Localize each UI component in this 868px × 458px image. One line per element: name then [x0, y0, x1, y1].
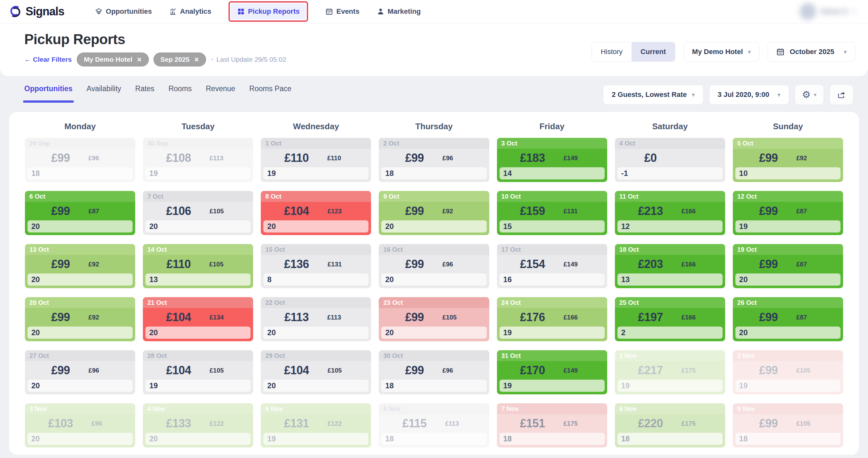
clear-filters-link[interactable]: ← Clear Filters — [24, 56, 71, 63]
calendar-day-cell[interactable]: 13 Oct£99£9220 — [25, 244, 135, 288]
tab-opportunities[interactable]: Opportunities — [24, 84, 72, 98]
export-share-button[interactable] — [830, 84, 853, 105]
calendar-day-cell[interactable]: 28 Oct£104£10519 — [143, 350, 253, 394]
cell-price: £154 — [520, 257, 545, 271]
hotel-dropdown[interactable]: My Demo Hotel ▾ — [684, 42, 760, 62]
calendar-day-cell[interactable]: 2 Oct£99£9618 — [379, 138, 489, 182]
filter-chip[interactable]: My Demo Hotel✕ — [77, 53, 149, 66]
brand-logo[interactable]: Signals — [8, 4, 64, 19]
cell-availability: 18 — [381, 167, 487, 179]
calendar-day-cell[interactable]: 24 Oct£176£16619 — [497, 297, 607, 341]
calendar-day-cell[interactable]: 30 Oct£99£9618 — [379, 350, 489, 394]
current-button[interactable]: Current — [631, 42, 675, 61]
calendar-day-cell[interactable]: 4 Oct£0-1 — [615, 138, 725, 182]
cell-availability: 20 — [264, 326, 369, 339]
cell-compare-price: £113 — [327, 314, 348, 321]
calendar-day-cell[interactable]: 8 Oct£104£12320 — [261, 191, 371, 235]
filter-chip[interactable]: Sep 2025✕ — [153, 53, 206, 66]
calendar-day-cell[interactable]: 29 Oct£104£10520 — [261, 350, 371, 394]
cell-date-label: 1 Nov — [615, 350, 725, 361]
tab-revenue[interactable]: Revenue — [206, 84, 235, 98]
guests-rate-dropdown[interactable]: 2 Guests, Lowest Rate ▾ — [603, 85, 703, 105]
calendar-day-cell[interactable]: 3 Oct£183£14914 — [497, 138, 607, 182]
nav-item-opportunities[interactable]: Opportunities — [95, 7, 152, 16]
cell-price: £99 — [759, 417, 778, 430]
calendar-day-cell[interactable]: 17 Oct£154£14916 — [497, 244, 607, 288]
calendar-day-cell[interactable]: 7 Oct£106£10520 — [143, 191, 253, 235]
calendar-day-cell[interactable]: 6 Oct£99£8720 — [25, 191, 135, 235]
filter-chips: My Demo Hotel✕Sep 2025✕ — [77, 53, 206, 66]
snapshot-datetime-dropdown[interactable]: 3 Jul 2020, 9:00 ▾ — [709, 85, 789, 105]
cell-price-area: £99£105 — [733, 361, 843, 380]
tab-rooms[interactable]: Rooms — [168, 84, 192, 98]
calendar-day-cell[interactable]: 1 Nov£217£17519 — [615, 350, 725, 394]
user-menu[interactable]: Demo S ▾ — [800, 3, 855, 20]
tab-availability[interactable]: Availability — [87, 84, 121, 98]
cell-price-area: £104£105 — [143, 361, 253, 380]
tab-rooms-pace[interactable]: Rooms Pace — [249, 84, 291, 98]
calendar-day-cell[interactable]: 26 Oct£99£8720 — [733, 297, 843, 341]
calendar-day-cell[interactable]: 1 Oct£110£11019 — [261, 138, 371, 182]
cell-date-label: 5 Oct — [733, 138, 843, 149]
cell-date-label: 8 Nov — [615, 403, 725, 414]
nav-item-analytics[interactable]: Analytics — [169, 7, 211, 16]
nav-item-pickup-reports[interactable]: Pickup Reports — [237, 7, 300, 16]
calendar-day-cell[interactable]: 8 Nov£220£17518 — [615, 403, 725, 448]
calendar-day-cell[interactable]: 16 Oct£99£9620 — [379, 244, 489, 288]
cell-price-area: £99£92 — [25, 255, 135, 274]
calendar-day-cell[interactable]: 22 Oct£113£11320 — [261, 297, 371, 341]
calendar-day-cell[interactable]: 5 Oct£99£9210 — [733, 138, 843, 182]
calendar-day-cell[interactable]: 18 Oct£203£16613 — [615, 244, 725, 288]
cell-price: £99 — [405, 311, 424, 324]
calendar-day-cell[interactable]: 20 Oct£99£9220 — [25, 297, 135, 341]
cell-date-label: 16 Oct — [379, 244, 489, 255]
calendar-day-cell[interactable]: 5 Nov£131£12219 — [261, 403, 371, 448]
calendar-day-cell[interactable]: 4 Nov£133£12220 — [143, 403, 253, 448]
cell-availability: 20 — [28, 380, 133, 392]
calendar-day-cell[interactable]: 30 Sep£108£11319 — [143, 138, 253, 182]
cell-availability: 20 — [146, 433, 251, 445]
settings-button[interactable]: ⚙ ▾ — [795, 84, 824, 105]
nav-item-marketing[interactable]: Marketing — [377, 7, 421, 16]
calendar-day-cell[interactable]: 23 Oct£99£10520 — [379, 297, 489, 341]
cell-compare-price: £166 — [681, 314, 702, 321]
calendar-day-cell[interactable]: 12 Oct£99£8719 — [733, 191, 843, 235]
cell-compare-price: £110 — [327, 154, 348, 162]
calendar-day-cell[interactable]: 19 Oct£99£8720 — [733, 244, 843, 288]
calendar-day-cell[interactable]: 3 Nov£103£9620 — [25, 403, 135, 448]
calendar-day-cell[interactable]: 27 Oct£99£9620 — [25, 350, 135, 394]
cell-price: £106 — [166, 204, 191, 218]
calendar-day-cell[interactable]: 25 Oct£197£1662 — [615, 297, 725, 341]
cell-availability: 8 — [264, 274, 369, 286]
cell-price-area: £159£131 — [497, 202, 607, 220]
calendar-day-cell[interactable]: 2 Nov£99£10519 — [733, 350, 843, 394]
calendar-day-cell[interactable]: 10 Oct£159£13115 — [497, 191, 607, 235]
month-dropdown[interactable]: October 2025 ▾ — [768, 42, 855, 62]
chevron-down-icon: ▾ — [852, 8, 855, 15]
share-export-icon — [837, 90, 846, 99]
close-icon[interactable]: ✕ — [194, 56, 199, 63]
calendar-day-cell[interactable]: 9 Oct£99£9220 — [379, 191, 489, 235]
cell-compare-price: £87 — [797, 207, 817, 215]
calendar-day-cell[interactable]: 6 Nov£115£11318 — [379, 403, 489, 448]
nav-item-events[interactable]: Events — [326, 7, 359, 16]
history-button[interactable]: History — [592, 42, 631, 61]
cell-price-area: £115£113 — [379, 414, 489, 433]
calendar-day-cell[interactable]: 9 Nov£99£10518 — [733, 403, 843, 448]
calendar-day-cell[interactable]: 29 Sep£99£9618 — [25, 138, 135, 182]
calendar-day-cell[interactable]: 21 Oct£104£13420 — [143, 297, 253, 341]
calendar-day-cell[interactable]: 11 Oct£213£16612 — [615, 191, 725, 235]
page-header: Pickup Reports ← Clear Filters My Demo H… — [0, 23, 868, 76]
cell-date-label: 9 Oct — [379, 191, 489, 202]
pickup-calendar-card: MondayTuesdayWednesdayThursdayFridaySatu… — [9, 112, 859, 455]
cell-availability: 20 — [146, 326, 251, 339]
calendar-day-cell[interactable]: 14 Oct£110£10513 — [143, 244, 253, 288]
calendar-day-cell[interactable]: 31 Oct£170£14919 — [497, 350, 607, 394]
calendar-day-cell[interactable]: 15 Oct£136£1318 — [261, 244, 371, 288]
tab-rates[interactable]: Rates — [135, 84, 154, 98]
cell-date-label: 29 Sep — [25, 138, 135, 149]
close-icon[interactable]: ✕ — [137, 56, 142, 63]
calendar-day-cell[interactable]: 7 Nov£151£17518 — [497, 403, 607, 448]
cell-price-area: £213£166 — [615, 202, 725, 220]
cell-price: £99 — [759, 257, 778, 271]
